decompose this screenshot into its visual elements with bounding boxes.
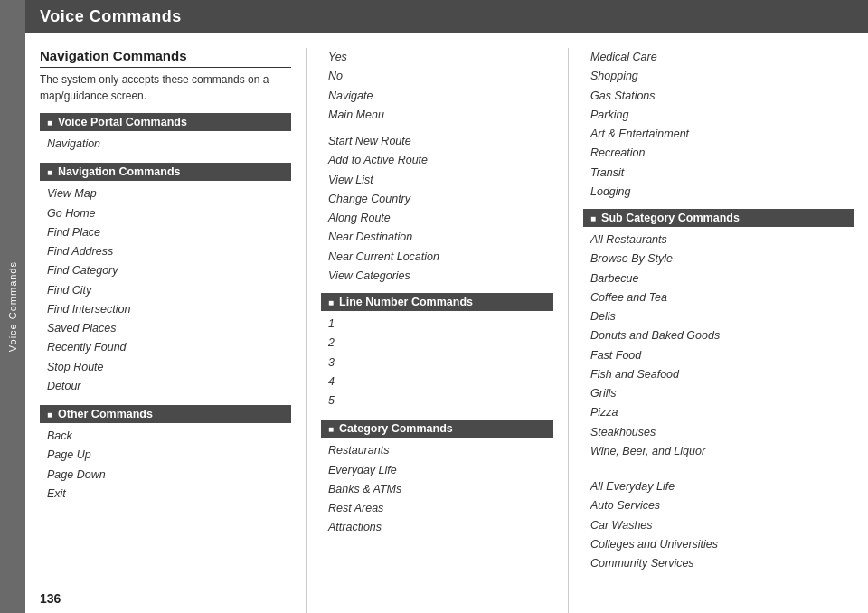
list-item: Community Services (583, 554, 854, 573)
column-1: Navigation Commands The system only acce… (25, 48, 306, 613)
other-commands-section: Other Commands Back Page Up Page Down Ex… (40, 405, 291, 504)
list-item: Near Current Location (321, 248, 553, 267)
intro-text: The system only accepts these commands o… (40, 71, 291, 104)
list-item: Exit (40, 485, 291, 504)
list-item: Change Country (321, 190, 553, 209)
list-item: Saved Places (40, 319, 291, 338)
list-item: Car Washes (583, 516, 854, 535)
sub-category-heading: Sub Category Commands (583, 209, 854, 227)
list-item: All Everyday Life (583, 477, 854, 496)
main-content: Voice Commands Navigation Commands The s… (25, 0, 868, 613)
list-item: Restaurants (321, 441, 553, 460)
list-item: Attractions (321, 518, 553, 537)
navigation-commands-heading: Navigation Commands (40, 163, 291, 181)
list-item: 4 (321, 373, 553, 391)
page-number: 136 (40, 591, 61, 606)
list-item: Transit (583, 164, 854, 183)
list-item: Lodging (583, 183, 854, 202)
list-item: Pizza (583, 403, 854, 422)
list-item: Parking (583, 106, 854, 125)
list-item: 1 (321, 315, 553, 334)
category-commands-section: Category Commands Restaurants Everyday L… (321, 420, 553, 537)
list-item: Back (40, 427, 291, 446)
list-item: Recently Found (40, 338, 291, 357)
column-2: Yes No Navigate Main Menu Start New Rout… (306, 48, 568, 613)
line-number-section: Line Number Commands 1 2 3 4 5 (321, 293, 553, 410)
line-number-heading: Line Number Commands (321, 293, 553, 311)
list-item: Art & Entertainment (583, 125, 854, 144)
list-item: Page Down (40, 466, 291, 485)
list-item: Near Destination (321, 228, 553, 247)
sidebar: Voice Commands (0, 0, 25, 613)
column-3: Medical Care Shopping Gas Stations Parki… (568, 48, 868, 613)
list-item: Go Home (40, 204, 291, 223)
voice-portal-heading: Voice Portal Commands (40, 113, 291, 131)
list-item: All Restaurants (583, 231, 854, 250)
list-item: Everyday Life (321, 461, 553, 480)
list-item: Browse By Style (583, 250, 854, 269)
body-area: Navigation Commands The system only acce… (25, 33, 868, 613)
list-item: Fast Food (583, 346, 854, 365)
list-item: Banks & ATMs (321, 480, 553, 499)
list-item: Shopping (583, 67, 854, 86)
list-item: Find Intersection (40, 300, 291, 319)
list-item: Find Place (40, 223, 291, 242)
list-item: Add to Active Route (321, 151, 553, 170)
list-item: Navigation (40, 135, 291, 154)
list-item: View Map (40, 184, 291, 203)
list-item: Medical Care (583, 48, 854, 67)
list-item: Stop Route (40, 358, 291, 377)
list-item: Recreation (583, 144, 854, 163)
navigation-commands-section: Navigation Commands View Map Go Home Fin… (40, 163, 291, 396)
list-item: View List (321, 171, 553, 190)
list-item: Main Menu (321, 106, 553, 125)
category-commands-heading: Category Commands (321, 420, 553, 438)
list-item: Fish and Seafood (583, 365, 854, 384)
list-item: Along Route (321, 209, 553, 228)
list-item: Gas Stations (583, 87, 854, 106)
list-item: 5 (321, 391, 553, 410)
list-item: Find Address (40, 242, 291, 261)
main-section-title: Navigation Commands (40, 48, 291, 68)
header-title: Voice Commands (40, 7, 182, 25)
list-item: Steakhouses (583, 423, 854, 442)
list-item: Coffee and Tea (583, 288, 854, 307)
list-item: Page Up (40, 446, 291, 465)
list-item: Wine, Beer, and Liquor (583, 442, 854, 461)
other-commands-heading: Other Commands (40, 405, 291, 423)
voice-portal-section: Voice Portal Commands Navigation (40, 113, 291, 154)
list-item: Detour (40, 377, 291, 396)
list-item: 2 (321, 334, 553, 353)
list-item: 3 (321, 354, 553, 373)
list-item: Colleges and Universities (583, 535, 854, 554)
list-item: Grills (583, 384, 854, 403)
list-item: Find City (40, 281, 291, 300)
list-item: Find Category (40, 261, 291, 280)
list-item: Auto Services (583, 496, 854, 515)
list-item: Barbecue (583, 269, 854, 288)
list-item: Donuts and Baked Goods (583, 326, 854, 345)
list-item: Rest Areas (321, 499, 553, 518)
list-item: No (321, 67, 553, 86)
list-item: Navigate (321, 87, 553, 106)
sidebar-label: Voice Commands (7, 261, 18, 352)
list-item: View Categories (321, 267, 553, 286)
list-item: Start New Route (321, 132, 553, 151)
list-item: Yes (321, 48, 553, 67)
sub-category-section: Sub Category Commands All Restaurants Br… (583, 209, 854, 461)
page-header: Voice Commands (25, 0, 868, 33)
list-item: Delis (583, 307, 854, 326)
